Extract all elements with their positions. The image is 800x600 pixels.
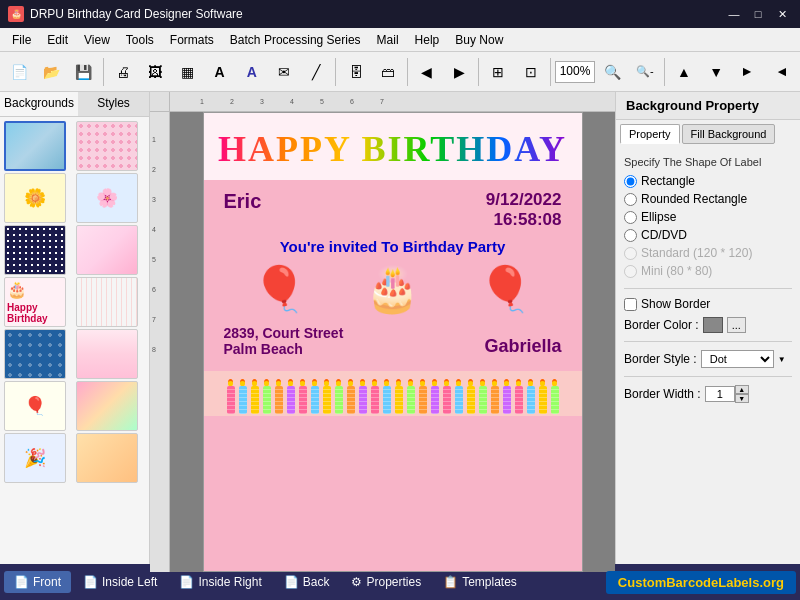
backgrounds-tab[interactable]: Backgrounds xyxy=(0,92,78,116)
shape-ellipse-radio[interactable] xyxy=(624,211,637,224)
shape-rectangle[interactable]: Rectangle xyxy=(624,174,792,188)
inside-right-tab-button[interactable]: 📄 Inside Right xyxy=(169,571,271,593)
menu-batch[interactable]: Batch Processing Series xyxy=(222,30,369,50)
shape-rounded-radio[interactable] xyxy=(624,193,637,206)
open-button[interactable]: 📂 xyxy=(36,56,66,88)
border-color-button[interactable]: ... xyxy=(727,317,746,333)
shape-cddvd-radio[interactable] xyxy=(624,229,637,242)
candle-11 xyxy=(357,379,368,414)
spin-up-button[interactable]: ▲ xyxy=(735,385,749,394)
candle-20 xyxy=(465,379,476,414)
bg-thumb-4[interactable]: 🌸 xyxy=(76,173,138,223)
mail-button[interactable]: ✉ xyxy=(269,56,299,88)
db-button[interactable]: 🗄 xyxy=(340,56,370,88)
toolbar-sep-5 xyxy=(550,58,551,86)
menu-help[interactable]: Help xyxy=(407,30,448,50)
candle-0 xyxy=(225,379,236,414)
zoom-in-button[interactable]: 🔍 xyxy=(597,56,627,88)
candle-15 xyxy=(405,379,416,414)
styles-tab[interactable]: Styles xyxy=(78,92,149,116)
minimize-button[interactable]: — xyxy=(724,5,744,23)
save-button[interactable]: 💾 xyxy=(69,56,99,88)
card-time: 16:58:08 xyxy=(486,210,562,230)
fit-button[interactable]: ⊞ xyxy=(483,56,513,88)
birthday-card[interactable]: HAPPY BIRTHDAY Eric 9/12/2022 16:58:08 Y… xyxy=(203,112,583,572)
bg-thumb-3[interactable]: 🌼 xyxy=(4,173,66,223)
bg-thumb-9[interactable] xyxy=(4,329,66,379)
bg-thumb-13[interactable]: 🎉 xyxy=(4,433,66,483)
website-badge[interactable]: CustomBarcodeLabels.org xyxy=(606,571,796,594)
show-border-checkbox[interactable] xyxy=(624,298,637,311)
title-bar-controls: — □ ✕ xyxy=(724,5,792,23)
inside-left-tab-button[interactable]: 📄 Inside Left xyxy=(73,571,167,593)
inside-right-icon: 📄 xyxy=(179,575,194,589)
image-button[interactable]: 🖼 xyxy=(140,56,170,88)
bg-thumb-14[interactable] xyxy=(76,433,138,483)
zoom-out-button[interactable]: 🔍- xyxy=(630,56,660,88)
bg-thumb-5[interactable] xyxy=(4,225,66,275)
back-tab-button[interactable]: 📄 Back xyxy=(274,571,340,593)
menu-buynow[interactable]: Buy Now xyxy=(447,30,511,50)
up-button[interactable]: ▲ xyxy=(669,56,699,88)
candle-27 xyxy=(549,379,560,414)
templates-label: Templates xyxy=(462,575,517,589)
menu-bar: File Edit View Tools Formats Batch Proce… xyxy=(0,28,800,52)
templates-tab-button[interactable]: 📋 Templates xyxy=(433,571,527,593)
size-button[interactable]: ⊡ xyxy=(516,56,546,88)
menu-mail[interactable]: Mail xyxy=(369,30,407,50)
fill-bg-tab[interactable]: Fill Background xyxy=(682,124,776,144)
property-tab[interactable]: Property xyxy=(620,124,680,144)
left-button[interactable]: ▲ xyxy=(732,56,764,86)
print-button[interactable]: 🖨 xyxy=(108,56,138,88)
properties-tab-button[interactable]: ⚙ Properties xyxy=(341,571,431,593)
bg-thumb-8[interactable] xyxy=(76,277,138,327)
new-button[interactable]: 📄 xyxy=(4,56,34,88)
front-tab-button[interactable]: 📄 Front xyxy=(4,571,71,593)
prev-button[interactable]: ◀ xyxy=(412,56,442,88)
card-address: 2839, Court Street Palm Beach xyxy=(224,325,344,357)
text-button[interactable]: A xyxy=(204,56,234,88)
line-button[interactable]: ╱ xyxy=(301,56,331,88)
right-button[interactable]: ▲ xyxy=(765,56,797,86)
close-button[interactable]: ✕ xyxy=(772,5,792,23)
candle-13 xyxy=(381,379,392,414)
border-style-select[interactable]: Solid Dot Dash DashDot xyxy=(701,350,774,368)
next-button[interactable]: ▶ xyxy=(444,56,474,88)
menu-edit[interactable]: Edit xyxy=(39,30,76,50)
shape-rounded-rectangle[interactable]: Rounded Rectangle xyxy=(624,192,792,206)
bg-thumb-6[interactable] xyxy=(76,225,138,275)
candle-8 xyxy=(321,379,332,414)
db2-button[interactable]: 🗃 xyxy=(373,56,403,88)
bg-thumb-2[interactable] xyxy=(76,121,138,171)
bg-thumb-7[interactable]: 🎂 Happy Birthday xyxy=(4,277,66,327)
bg-thumb-12[interactable] xyxy=(76,381,138,431)
menu-tools[interactable]: Tools xyxy=(118,30,162,50)
shape-rectangle-radio[interactable] xyxy=(624,175,637,188)
menu-file[interactable]: File xyxy=(4,30,39,50)
barcode-button[interactable]: ▦ xyxy=(172,56,202,88)
bg-thumb-11[interactable]: 🎈 xyxy=(4,381,66,431)
card-body: Eric 9/12/2022 16:58:08 You're invited T… xyxy=(204,180,582,367)
border-width-input[interactable] xyxy=(705,386,735,402)
down-button[interactable]: ▼ xyxy=(701,56,731,88)
menu-view[interactable]: View xyxy=(76,30,118,50)
maximize-button[interactable]: □ xyxy=(748,5,768,23)
candles-row xyxy=(204,371,582,416)
bg-thumb-1[interactable] xyxy=(4,121,66,171)
shape-cddvd[interactable]: CD/DVD xyxy=(624,228,792,242)
candle-1 xyxy=(237,379,248,414)
cake-icon: 🎂 xyxy=(365,263,420,315)
shape-ellipse[interactable]: Ellipse xyxy=(624,210,792,224)
toolbar-sep-4 xyxy=(478,58,479,86)
wordart-button[interactable]: A xyxy=(237,56,267,88)
shape-mini-radio xyxy=(624,265,637,278)
border-color-swatch[interactable] xyxy=(703,317,723,333)
bg-thumb-10[interactable] xyxy=(76,329,138,379)
menu-formats[interactable]: Formats xyxy=(162,30,222,50)
backgrounds-grid: 🌼 🌸 🎂 Happy Birthday 🎈 xyxy=(0,117,149,487)
inside-left-icon: 📄 xyxy=(83,575,98,589)
shape-ellipse-label: Ellipse xyxy=(641,210,676,224)
spin-down-button[interactable]: ▼ xyxy=(735,394,749,403)
title-bar: 🎂 DRPU Birthday Card Designer Software —… xyxy=(0,0,800,28)
horizontal-ruler: 1 2 3 4 5 6 7 xyxy=(170,92,615,112)
